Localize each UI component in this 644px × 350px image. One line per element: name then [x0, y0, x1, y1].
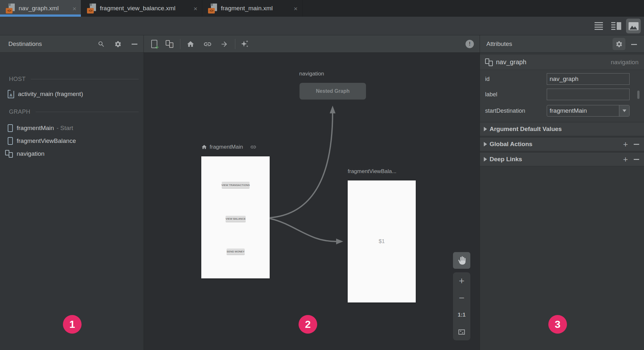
action-to-fragment-view-balance[interactable]: [270, 219, 343, 244]
activity-icon: A: [8, 90, 14, 98]
nested-graph-node-label: navigation: [299, 71, 324, 77]
destinations-header: Destinations: [0, 35, 144, 53]
component-type: navigation: [611, 59, 639, 66]
nav-graph-canvas[interactable]: navigation Nested Graph fragmentMain VIE…: [144, 53, 480, 350]
view-mode-switcher: [591, 18, 641, 34]
toolbar-divider: [180, 39, 180, 49]
fragment-icon: [8, 137, 13, 145]
id-field-label: id: [485, 76, 490, 83]
tab-label: fragment_main.xml: [221, 5, 273, 12]
xml-file-icon: <>: [208, 4, 217, 13]
hide-icon[interactable]: [131, 40, 138, 48]
component-name: nav_graph: [496, 58, 527, 66]
tab-fragment-main[interactable]: <> fragment_main.xml: [202, 0, 302, 17]
editor-toolbar-strip: [0, 17, 644, 35]
fragment-main-node[interactable]: VIEW TRANSACTIONS VIEW BALANCE SEND MONE…: [201, 156, 270, 278]
fragment-view-balance-node[interactable]: $1: [348, 180, 416, 302]
label-field-input[interactable]: [547, 89, 630, 100]
tab-close-icon[interactable]: [289, 5, 298, 12]
design-surface: + ! navigation: [144, 35, 480, 350]
remove-icon[interactable]: [634, 159, 639, 160]
destination-item-activity-main[interactable]: A activity_main (fragment): [8, 89, 83, 99]
new-nested-graph-icon[interactable]: [165, 39, 174, 48]
attributes-title: Attributes: [486, 35, 512, 53]
sparkles-icon[interactable]: [240, 39, 249, 48]
link-icon: [250, 144, 257, 150]
preview-button-view-transactions: VIEW TRANSACTIONS: [222, 182, 249, 188]
action-to-nested-graph[interactable]: [270, 106, 335, 218]
destination-item-fragment-main[interactable]: fragmentMain - Start: [8, 123, 73, 133]
pan-hand-button[interactable]: [453, 252, 470, 269]
remove-icon[interactable]: [634, 144, 639, 145]
section-global-actions[interactable]: Global Actions: [480, 137, 644, 151]
attributes-panel: Attributes nav_graph navigation id label…: [480, 35, 644, 350]
add-icon[interactable]: [623, 154, 628, 164]
tab-label: nav_graph.xml: [19, 5, 59, 12]
start-destination-dropdown[interactable]: fragmentMain: [547, 105, 630, 117]
expand-arrow-icon[interactable]: [484, 142, 487, 146]
destinations-panel: Destinations HOST A activity_main (fragm…: [0, 35, 144, 350]
search-icon[interactable]: [97, 40, 105, 48]
add-icon[interactable]: [623, 139, 628, 149]
destination-item-fragment-view-balance[interactable]: fragmentViewBalance: [8, 136, 76, 146]
annotation-badge-2: 2: [299, 315, 317, 334]
attributes-fields: id label startDestination fragmentMain: [480, 70, 644, 122]
tab-close-icon[interactable]: [188, 5, 197, 12]
annotation-badge-3: 3: [548, 315, 567, 334]
start-home-icon: [201, 144, 207, 150]
zoom-controls: 1:1: [453, 272, 470, 340]
chevron-down-icon[interactable]: [619, 105, 629, 116]
xml-file-icon: <>: [6, 4, 15, 13]
editor-tab-bar: <> nav_graph.xml <> fragment_view_balanc…: [0, 0, 644, 17]
error-icon[interactable]: !: [466, 40, 474, 48]
section-argument-default-values[interactable]: Argument Default Values: [480, 122, 644, 136]
selected-component-header: nav_graph navigation: [480, 55, 644, 70]
attributes-header: Attributes: [480, 35, 644, 53]
nested-graph-node[interactable]: Nested Graph: [300, 83, 366, 100]
host-section-label: HOST: [9, 76, 139, 83]
toolbar-divider: [235, 39, 235, 49]
tab-close-icon[interactable]: [67, 5, 76, 12]
zoom-out-button[interactable]: [453, 289, 470, 306]
home-icon[interactable]: [186, 39, 195, 48]
annotation-badge-1: 1: [63, 315, 82, 334]
section-deep-links[interactable]: Deep Links: [480, 152, 644, 166]
action-arrow-icon[interactable]: [220, 39, 229, 48]
tab-fragment-view-balance[interactable]: <> fragment_view_balance.xml: [81, 0, 202, 17]
panel-scrollbar[interactable]: [637, 91, 640, 99]
graph-section-label: GRAPH: [9, 109, 139, 115]
nested-graph-icon: [5, 150, 13, 158]
preview-button-view-balance: VIEW BALANCE: [226, 216, 246, 222]
expand-arrow-icon[interactable]: [484, 157, 487, 162]
xml-file-icon: <>: [87, 4, 96, 13]
gear-icon[interactable]: [114, 40, 122, 48]
expand-arrow-icon[interactable]: [484, 127, 487, 131]
navigation-editor-window: <> nav_graph.xml <> fragment_view_balanc…: [0, 0, 644, 350]
start-destination-field-label: startDestination: [485, 108, 525, 114]
pan-hand-icon: [457, 256, 466, 265]
label-field-label: label: [485, 91, 497, 98]
tab-label: fragment_view_balance.xml: [100, 5, 176, 12]
deep-link-icon[interactable]: [203, 39, 212, 48]
preview-button-send-money: SEND MONEY: [227, 249, 245, 255]
destination-item-navigation[interactable]: navigation: [5, 149, 45, 159]
tab-nav-graph[interactable]: <> nav_graph.xml: [0, 0, 81, 17]
hide-icon[interactable]: [630, 40, 638, 48]
code-view-icon[interactable]: [591, 19, 606, 33]
design-view-icon[interactable]: [626, 19, 641, 33]
preview-balance-text: $1: [348, 180, 416, 302]
canvas-toolbar: + !: [144, 35, 480, 53]
fragment-main-node-header: fragmentMain: [201, 144, 257, 150]
fragment-view-balance-node-label: fragmentViewBala...: [348, 168, 396, 175]
id-field-input[interactable]: [547, 73, 630, 85]
fragment-main-node-label: fragmentMain: [210, 144, 243, 150]
nested-graph-icon: [485, 58, 493, 66]
zoom-actual-size-button[interactable]: 1:1: [453, 306, 470, 323]
zoom-fit-icon[interactable]: [453, 323, 470, 340]
fragment-icon: [8, 124, 13, 132]
zoom-in-button[interactable]: [453, 272, 470, 289]
new-destination-icon[interactable]: +: [150, 39, 159, 48]
destinations-title: Destinations: [8, 35, 42, 53]
split-view-icon[interactable]: [609, 19, 623, 33]
gear-icon[interactable]: [613, 38, 625, 50]
